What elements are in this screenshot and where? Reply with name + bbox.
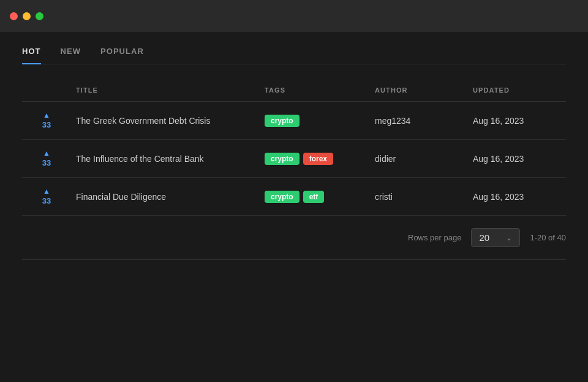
vote-cell[interactable]: ▲ 33 (22, 178, 71, 216)
article-updated: Aug 16, 2023 (468, 102, 566, 140)
vote-cell[interactable]: ▲ 33 (22, 140, 71, 178)
article-updated: Aug 16, 2023 (468, 140, 566, 178)
pagination: Rows per page 20 ⌄ 1-20 of 40 (22, 216, 566, 260)
tab-new[interactable]: NEW (61, 47, 81, 64)
upvote-arrow-icon[interactable]: ▲ (43, 188, 50, 195)
upvote-arrow-icon[interactable]: ▲ (43, 150, 50, 157)
col-header-author: AUTHOR (370, 79, 468, 102)
article-title[interactable]: The Greek Government Debt Crisis (71, 102, 260, 140)
col-header-title: TITLE (71, 79, 260, 102)
article-title[interactable]: The Influence of the Central Bank (71, 140, 260, 178)
close-button[interactable] (10, 12, 18, 20)
rows-per-page-select[interactable]: 20 ⌄ (471, 228, 520, 247)
titlebar (0, 0, 588, 32)
minimize-button[interactable] (23, 12, 31, 20)
table-row: ▲ 33 The Greek Government Debt Crisiscry… (22, 102, 566, 140)
tab-popular[interactable]: POPULAR (100, 47, 144, 64)
tab-bar: HOT NEW POPULAR (22, 32, 566, 64)
rows-per-page-value: 20 (479, 232, 489, 243)
article-author: didier (370, 140, 468, 178)
main-content: HOT NEW POPULAR TITLE TAGS AUTHOR UPDATE… (0, 32, 588, 260)
table-row: ▲ 33 Financial Due Diligencecryptoetfcri… (22, 178, 566, 216)
rows-per-page-label: Rows per page (408, 233, 461, 242)
vote-count: 33 (42, 120, 51, 129)
vote-count: 33 (42, 158, 51, 167)
upvote-arrow-icon[interactable]: ▲ (43, 112, 50, 119)
article-author: meg1234 (370, 102, 468, 140)
vote-cell[interactable]: ▲ 33 (22, 102, 71, 140)
tag-crypto[interactable]: crypto (265, 115, 300, 127)
article-tags: crypto (260, 102, 370, 140)
article-title[interactable]: Financial Due Diligence (71, 178, 260, 216)
chevron-down-icon: ⌄ (506, 234, 512, 242)
tab-hot[interactable]: HOT (22, 47, 41, 64)
vote-count: 33 (42, 196, 51, 205)
col-header-updated: UPDATED (468, 79, 566, 102)
article-tags: cryptoforex (260, 140, 370, 178)
articles-table: TITLE TAGS AUTHOR UPDATED ▲ 33 The Greek… (22, 79, 566, 216)
col-header-vote (22, 79, 71, 102)
table-row: ▲ 33 The Influence of the Central Bankcr… (22, 140, 566, 178)
article-author: cristi (370, 178, 468, 216)
tag-forex[interactable]: forex (303, 153, 333, 165)
tag-etf[interactable]: etf (303, 191, 325, 203)
tag-crypto[interactable]: crypto (265, 191, 300, 203)
maximize-button[interactable] (36, 12, 43, 20)
article-tags: cryptoetf (260, 178, 370, 216)
page-range-info: 1-20 of 40 (530, 233, 566, 242)
tag-crypto[interactable]: crypto (265, 153, 300, 165)
col-header-tags: TAGS (260, 79, 370, 102)
article-updated: Aug 16, 2023 (468, 178, 566, 216)
